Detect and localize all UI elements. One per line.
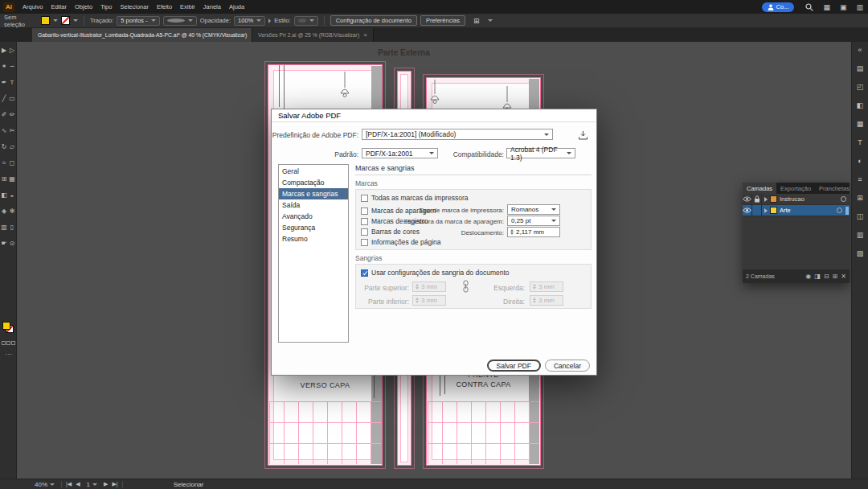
layer-name[interactable]: Arte: [780, 207, 837, 214]
scale-tool-icon[interactable]: ▱: [8, 143, 16, 150]
link-bleeds-icon[interactable]: [462, 280, 469, 293]
checkbox-use-document-bleed[interactable]: [361, 269, 368, 277]
character-panel-icon[interactable]: T: [858, 138, 862, 146]
opacity-panel-arrow-icon[interactable]: [268, 18, 271, 23]
lasso-tool-icon[interactable]: ∽: [8, 63, 16, 70]
line-segment-tool-icon[interactable]: ╱: [0, 95, 8, 102]
opacity-select[interactable]: 100%: [234, 16, 265, 26]
category-resumo[interactable]: Resumo: [279, 233, 348, 244]
new-layer-icon[interactable]: ⊞: [833, 273, 838, 280]
fill-color-swatch[interactable]: [41, 16, 50, 25]
mesh-tool-icon[interactable]: ▦: [8, 175, 16, 183]
document-tab-inactive[interactable]: Versões Pri 2.ai @ 25 % (RGB/Visualizar)…: [252, 28, 374, 42]
delete-layer-icon[interactable]: ✕: [841, 273, 846, 280]
graphic-style-select[interactable]: [294, 16, 318, 26]
lock-toggle-empty[interactable]: [752, 205, 762, 216]
app-logo-icon[interactable]: Ai: [3, 2, 14, 12]
visibility-eye-icon[interactable]: [743, 205, 752, 216]
category-avancado[interactable]: Avançado: [279, 211, 348, 222]
fill-swatch-icon[interactable]: [2, 322, 10, 330]
color-panel-icon[interactable]: ▤: [857, 64, 864, 72]
menu-selecionar[interactable]: Selecionar: [116, 0, 152, 14]
stepper-arrows-icon[interactable]: [510, 229, 514, 235]
app-frame-icon[interactable]: ▥: [856, 3, 863, 11]
all-printer-marks-row[interactable]: Todas as marcas da impressora: [361, 194, 468, 202]
stroke-caret-icon[interactable]: [73, 19, 78, 22]
next-artboard-icon[interactable]: ▶: [104, 481, 108, 487]
checkbox-page-info[interactable]: [361, 239, 368, 246]
magic-wand-tool-icon[interactable]: ✶: [0, 63, 8, 70]
previous-artboard-icon[interactable]: ◀: [76, 481, 80, 487]
zoom-level-select[interactable]: 40%: [32, 481, 57, 488]
pathfinder-panel-icon[interactable]: ◫: [857, 212, 864, 220]
artboard-tool-icon[interactable]: ▯: [8, 224, 16, 231]
share-button[interactable]: Co...: [762, 2, 795, 12]
printer-mark-type-select[interactable]: Romanos: [507, 204, 560, 215]
save-pdf-button[interactable]: Salvar PDF: [487, 360, 541, 372]
type-tool-icon[interactable]: T: [8, 79, 16, 86]
compatibility-select[interactable]: Acrobat 4 (PDF 1.3): [506, 148, 575, 158]
stroke-width-select[interactable]: 5 pontos -: [117, 16, 159, 26]
tab-camadas[interactable]: Camadas: [743, 183, 776, 194]
expand-arrow-icon[interactable]: [764, 197, 768, 202]
shaper-tool-icon[interactable]: ∿: [0, 127, 8, 134]
menu-exibir[interactable]: Exibir: [176, 0, 199, 14]
layer-name[interactable]: Instrucao: [780, 195, 841, 203]
artboard-number-select[interactable]: 1: [84, 481, 100, 488]
menu-objeto[interactable]: Objeto: [71, 0, 96, 14]
perspective-grid-tool-icon[interactable]: ⊞: [0, 175, 8, 183]
workspace-switcher-icon[interactable]: ▣: [840, 3, 847, 11]
use-doc-bleed-row[interactable]: Usar configurações de sangria do documen…: [361, 269, 510, 277]
new-sublayer-icon[interactable]: ⊟: [824, 273, 829, 280]
arrange-documents-icon[interactable]: ▦: [823, 3, 830, 11]
offset-stepper[interactable]: 2,117 mm: [507, 227, 560, 237]
menu-ajuda[interactable]: Ajuda: [225, 0, 248, 14]
edit-toolbar-icon[interactable]: ⋯: [0, 351, 17, 358]
color-bars-row[interactable]: Barras de cores: [361, 228, 420, 236]
tab-exportacao[interactable]: Exportação: [776, 183, 815, 194]
trim-weight-select[interactable]: 0,25 pt: [507, 216, 560, 226]
menu-efeito[interactable]: Efeito: [153, 0, 176, 14]
menu-tipo[interactable]: Tipo: [96, 0, 116, 14]
last-artboard-icon[interactable]: ▶|: [112, 481, 117, 487]
standard-select[interactable]: PDF/X-1a:2001: [362, 148, 438, 158]
column-graph-tool-icon[interactable]: ▥: [0, 224, 8, 231]
search-icon[interactable]: [805, 3, 813, 11]
symbols-panel-icon[interactable]: ▧: [857, 249, 864, 257]
pen-tool-icon[interactable]: ✒: [0, 79, 8, 86]
fill-stroke-swatches[interactable]: [2, 322, 14, 334]
workspace-icon[interactable]: ⊞: [473, 17, 480, 25]
menu-arquivo[interactable]: Arquivo: [18, 0, 47, 14]
rotate-tool-icon[interactable]: ↻: [0, 143, 8, 150]
checkbox-all-printer-marks[interactable]: [361, 195, 368, 202]
target-circle-icon[interactable]: [841, 196, 846, 202]
document-tab-active[interactable]: Gabarito-vertical-Illustrator_Lombada-Qu…: [32, 28, 252, 42]
transparency-panel-icon[interactable]: ◐: [858, 157, 862, 165]
first-artboard-icon[interactable]: |◀: [66, 481, 72, 487]
chevron-down-icon[interactable]: [488, 19, 493, 22]
menu-janela[interactable]: Janela: [199, 0, 225, 14]
direct-selection-tool-icon[interactable]: ▷: [8, 47, 16, 54]
layer-row-instrucao[interactable]: Instrucao: [743, 194, 850, 205]
save-preset-icon[interactable]: [578, 130, 588, 140]
make-mask-icon[interactable]: ◨: [814, 273, 821, 280]
width-profile-select[interactable]: [163, 16, 197, 26]
align-panel-icon[interactable]: ⊞: [857, 194, 863, 202]
category-list[interactable]: Geral Compactação Marcas e sangrias Saíd…: [278, 164, 349, 343]
expand-arrow-icon[interactable]: [764, 208, 768, 213]
locate-object-icon[interactable]: ◉: [805, 273, 811, 280]
zoom-tool-icon[interactable]: ⊙: [8, 240, 16, 247]
checkbox-trim-marks[interactable]: [361, 208, 368, 215]
graphic-styles-panel-icon[interactable]: ▥: [857, 231, 864, 239]
eyedropper-tool-icon[interactable]: ◒: [8, 191, 16, 199]
visibility-eye-icon[interactable]: [743, 194, 752, 205]
blend-tool-icon[interactable]: ◈: [0, 208, 8, 215]
document-setup-button[interactable]: Configuração de documento: [330, 15, 417, 26]
category-saida[interactable]: Saída: [279, 199, 348, 211]
fill-caret-icon[interactable]: [53, 19, 58, 22]
color-guide-panel-icon[interactable]: ◰: [857, 83, 864, 91]
cancel-button[interactable]: Cancelar: [545, 360, 590, 372]
menu-editar[interactable]: Editar: [47, 0, 71, 14]
stroke-color-swatch[interactable]: [61, 16, 70, 25]
rectangle-tool-icon[interactable]: ▭: [8, 95, 16, 102]
